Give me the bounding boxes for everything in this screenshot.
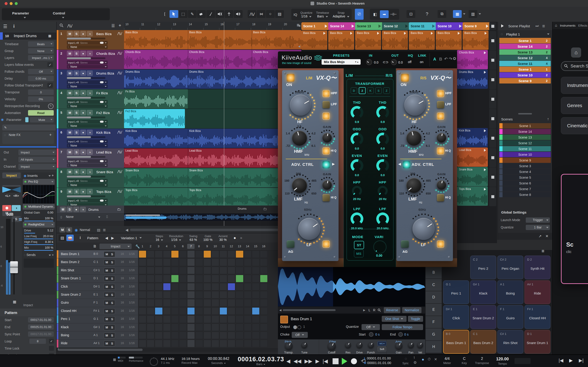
scene-list-item[interactable]: Scene 5 [499,175,551,180]
steps-control[interactable]: Steps 16 [156,234,163,242]
audio-clip[interactable]: Tops BizaTops Biza [124,188,301,207]
hmf-hiq-button[interactable] [437,147,444,155]
quantize-global-value[interactable]: 1 Bar [526,225,550,230]
punch-knob[interactable] [368,342,374,348]
sample-color-swatch[interactable] [280,316,288,323]
output-toggle-icon[interactable]: ⬤◯ [293,325,301,329]
arrangement-track-lane[interactable]: Snare BizaSnare Biza [124,168,301,188]
pattern-step-cell[interactable] [139,267,146,274]
pattern-step-cell[interactable] [236,340,243,347]
browser-category-card[interactable]: Instruments [561,77,588,94]
track-header[interactable]: 9MS●◑Tops Biza⋀⋁Input L+RStereo⫶None [57,188,124,208]
scene-list-item[interactable]: Scene 14 [499,129,551,134]
forward-bar-button[interactable]: ▶ [316,358,320,364]
track-mute-button[interactable]: M [67,90,73,96]
param-color-swatch[interactable] [25,117,28,122]
pattern-step-cell[interactable] [155,299,162,307]
step-number[interactable]: 4 [163,244,170,249]
pattern-row-solo[interactable]: S [109,308,115,314]
pattern-step-cell[interactable] [236,291,243,298]
pattern-step-cell[interactable] [155,275,162,282]
pattern-step-cell[interactable] [244,275,251,282]
pattern-step-cell[interactable] [228,275,235,282]
param-target-value[interactable]: Mute [30,117,54,123]
pattern-step-cell[interactable] [244,283,251,290]
track-solo-button[interactable]: S [73,130,79,135]
pattern-step-cell[interactable] [252,332,259,339]
pattern-step-cell[interactable] [220,340,227,347]
clip-launcher-cell[interactable]: Tops Biza [457,186,488,206]
pattern-step-cell[interactable] [179,299,187,307]
pattern-row-resolution[interactable]: 1/16 [129,285,135,288]
pattern-step-cell[interactable] [220,275,227,282]
pattern-row-solo[interactable]: S [109,284,115,290]
pattern-step-cell[interactable] [260,315,268,323]
track-input-row[interactable]: Input L+RStereo [67,80,108,84]
track-input-row[interactable]: Input L+RStereo [67,159,108,163]
even-knob[interactable] [351,159,363,172]
pattern-step-cell[interactable] [155,283,162,290]
pattern-step-cell[interactable] [204,267,211,274]
track-instrument-row[interactable]: ⫶None [67,65,108,69]
track-header[interactable]: 4MS●◑Fx Biza⋀⋁Input L+RStereo⫶None [57,89,124,109]
pattern-step-cell[interactable] [252,283,259,290]
pattern-step-cell[interactable] [228,299,235,307]
insert-parameter-row[interactable]: Mix100 % [23,245,55,251]
pattern-step-cell[interactable] [220,283,227,290]
lmf-gain-knob[interactable] [437,180,446,190]
track-input-row[interactable]: Input L+RStereo [67,41,108,45]
pattern-step-cell[interactable] [187,299,195,307]
pattern-step-cell[interactable] [171,267,179,274]
accent-control[interactable]: Accent 30 % [218,234,228,242]
pattern-step-cell[interactable] [252,307,259,315]
pattern-step-cell[interactable] [204,324,211,331]
tempo-display[interactable]: 120.00 Tempo [496,357,509,365]
pattern-row-header[interactable]: Snare Drum 2E 1MS161/16 [57,291,138,299]
pattern-step-cell[interactable] [236,299,243,307]
lmf-knob[interactable] [406,178,422,193]
track-header[interactable]: 3MS●◑Drums Biza⋀⋁Input L+RStereo⫶None [57,69,124,89]
pattern-step-cell[interactable] [204,332,211,339]
inspector-info-icon[interactable]: i [13,24,15,29]
drums-solo[interactable]: S [67,207,73,212]
hscroll-left-arrow[interactable]: ◀ [125,228,128,232]
pattern-step-cell[interactable] [220,315,227,323]
insert-parameter-row[interactable]: Mix100 % [23,216,55,221]
scene-list-item[interactable]: Scene 9 [499,158,551,163]
audio-clip[interactable]: Drums BizaDrums Biza [124,69,301,89]
pattern-step-cell[interactable] [171,332,179,339]
scene-list-item[interactable]: Scene 6 [499,181,551,186]
traffic-minimize-button[interactable] [10,2,13,5]
pattern-row-mute[interactable]: M [104,333,110,338]
track-header[interactable]: 7MS●◑Lead Biza⋀⋁Input L+RStereo⫶None [57,148,124,168]
track-input-row[interactable]: Input L+RStereo [67,199,108,202]
pattern-step-cell[interactable] [260,340,268,347]
pattern-step-cell[interactable] [212,332,219,339]
even-value[interactable]: 0.0 [346,173,367,177]
track-monitor-button[interactable]: ◑ [87,70,93,76]
track-mute-button[interactable]: M [67,189,73,194]
pattern-step-cell[interactable] [163,259,171,266]
pattern-step-cell[interactable] [244,307,251,315]
drum-pad[interactable]: F 1Guiro [497,305,523,329]
pattern-row-header[interactable]: Rim ShotC# 1MS161/16 [57,267,138,275]
pattern-step-cell[interactable] [147,324,154,331]
pattern-row-header[interactable]: Snare Drum 1D 1MS161/16 [57,275,138,283]
mix-view-button[interactable]: ▥ [468,10,477,18]
end-knob[interactable] [398,332,403,337]
pattern-row-steps[interactable]: 16 [121,293,124,296]
pattern-row-resolution[interactable]: 1/16 [129,333,135,337]
pan-control[interactable] [2,187,21,193]
playhead[interactable] [224,22,224,233]
drums-track-name[interactable]: Drums [88,208,99,211]
transformer-type-button[interactable]: D [351,87,357,94]
drum-pad[interactable]: B 0Bass Drum 1 [443,330,469,354]
pattern-row-mute[interactable]: M [104,316,110,322]
hmf-gain-knob[interactable] [437,133,446,142]
pattern-step-cell[interactable] [228,283,235,290]
track-instrument-row[interactable]: ⫶None [67,104,108,108]
pattern-step-cell[interactable] [236,324,243,331]
lpf-button[interactable] [437,101,444,108]
pattern-setting-checkbox[interactable] [49,346,54,351]
control-dropdown[interactable]: Control [53,11,65,15]
